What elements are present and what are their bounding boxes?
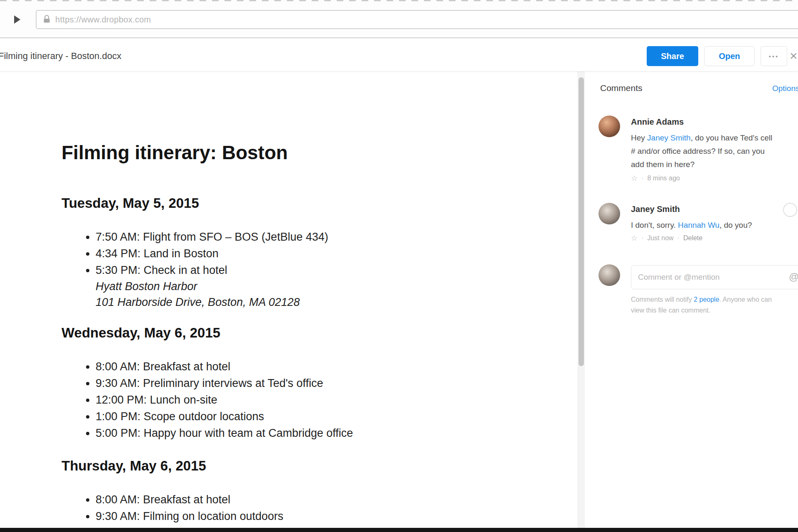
comment-timestamp: 8 mins ago	[647, 175, 680, 182]
comments-title: Comments	[600, 83, 643, 93]
comment-text: I don't, sorry.	[631, 221, 678, 229]
comment-text: , do you?	[719, 221, 752, 229]
star-icon[interactable]: ☆	[631, 174, 638, 183]
comment-text-line: # and/or office address? If so, can you	[631, 145, 765, 158]
doc-bullet: 12:00 PM: Lunch on-site	[96, 392, 539, 408]
comments-footer-line: Comments will notify 2 people. Anyone wh…	[631, 296, 772, 303]
doc-bullet: 5:00 PM: Happy hour with team at Cambrid…	[96, 425, 539, 441]
doc-bullet: 9:30 AM: Preliminary interviews at Ted's…	[96, 375, 539, 392]
doc-heading-wednesday: Wednesday, May 6, 2015	[62, 325, 539, 341]
mention-janey-smith[interactable]: Janey Smith	[647, 133, 691, 142]
share-button[interactable]: Share	[647, 46, 698, 66]
forward-triangle-icon	[14, 15, 20, 24]
doc-bullet: 8:00 AM: Breakfast at hotel	[96, 491, 539, 508]
separator-dot: ·	[641, 234, 643, 242]
avatar-current-user	[598, 264, 620, 286]
comments-panel: Comments Options Annie Adams Hey Janey S…	[595, 71, 798, 532]
bottom-edge-bar	[0, 528, 798, 532]
comment-text-line: I don't, sorry. Hannah Wu, do you?	[631, 219, 752, 232]
doc-note: 101 Harborside Drive, Boston, MA 02128	[96, 294, 539, 310]
footer-text: . Anyone who can	[719, 296, 772, 303]
mention-hannah-wu[interactable]: Hannah Wu	[678, 221, 719, 229]
comment-hover-circle[interactable]	[783, 203, 797, 217]
doc-note: Hyatt Boston Harbor	[96, 278, 539, 294]
open-button[interactable]: Open	[704, 46, 755, 66]
vertical-scrollbar-thumb[interactable]	[579, 77, 584, 366]
back-button[interactable]	[10, 12, 24, 27]
doc-bullet: 8:00 AM: Breakfast at hotel	[96, 358, 539, 375]
document-preview: Filming itinerary: Boston Tuesday, May 5…	[62, 71, 539, 532]
delete-comment-link[interactable]: Delete	[683, 234, 702, 242]
comment-meta: ☆ · Just now · Delete	[631, 234, 702, 243]
file-title: Filming itinerary - Boston.docx	[0, 51, 121, 62]
browser-chrome: https://www.dropbox.com	[0, 0, 798, 38]
comment-text-line: Hey Janey Smith, do you have Ted's cell	[631, 131, 772, 145]
notify-people-link[interactable]: 2 people	[694, 296, 719, 303]
comments-footer-line: view this file can comment.	[631, 307, 710, 314]
comment-text-line: add them in here?	[631, 158, 695, 171]
doc-bullet: 1:00 PM: Scope outdoor locations	[96, 408, 539, 425]
doc-heading-tuesday: Tuesday, May 5, 2015	[62, 195, 539, 211]
comment-author: Janey Smith	[631, 204, 680, 214]
doc-list-tuesday: 7:50 AM: Flight from SFO – BOS (JetBlue …	[62, 229, 539, 278]
comment-text: , do you have Ted's cell	[691, 133, 773, 142]
doc-bullet: 9:30 AM: Filming on location outdoors	[96, 508, 539, 525]
comment-author: Annie Adams	[631, 117, 684, 127]
doc-bullet: 5:30 PM: Check in at hotel	[96, 262, 539, 278]
doc-list-thursday: 8:00 AM: Breakfast at hotel 9:30 AM: Fil…	[62, 491, 539, 532]
star-icon[interactable]: ☆	[631, 234, 638, 243]
mention-icon[interactable]: @	[789, 271, 798, 283]
separator-dot: ·	[677, 234, 680, 242]
separator-dot: ·	[641, 175, 643, 182]
doc-bullet: 7:50 AM: Flight from SFO – BOS (JetBlue …	[96, 229, 539, 245]
comment-timestamp: Just now	[647, 234, 673, 242]
comment-input[interactable]	[631, 265, 798, 289]
dropbox-preview-window: https://www.dropbox.com Filming itinerar…	[0, 0, 798, 532]
doc-title: Filming itinerary: Boston	[62, 141, 539, 164]
url-text: https://www.dropbox.com	[55, 15, 151, 25]
avatar-janey-smith	[598, 203, 620, 224]
footer-text: Comments will notify	[631, 296, 694, 303]
doc-list-wednesday: 8:00 AM: Breakfast at hotel 9:30 AM: Pre…	[62, 358, 539, 441]
lock-icon	[43, 15, 50, 25]
doc-bullet: 4:34 PM: Land in Boston	[96, 245, 539, 262]
comment-text: Hey	[631, 133, 647, 142]
doc-heading-thursday: Thursday, May 6, 2015	[62, 458, 539, 474]
comments-options-link[interactable]: Options	[772, 84, 798, 93]
comment-meta: ☆ · 8 mins ago	[631, 174, 680, 183]
close-icon[interactable]: ×	[790, 48, 798, 64]
url-bar[interactable]: https://www.dropbox.com	[36, 10, 798, 29]
window-top-border	[0, 0, 798, 1]
more-options-button[interactable]: •••	[761, 46, 787, 66]
avatar-annie-adams	[598, 116, 620, 137]
